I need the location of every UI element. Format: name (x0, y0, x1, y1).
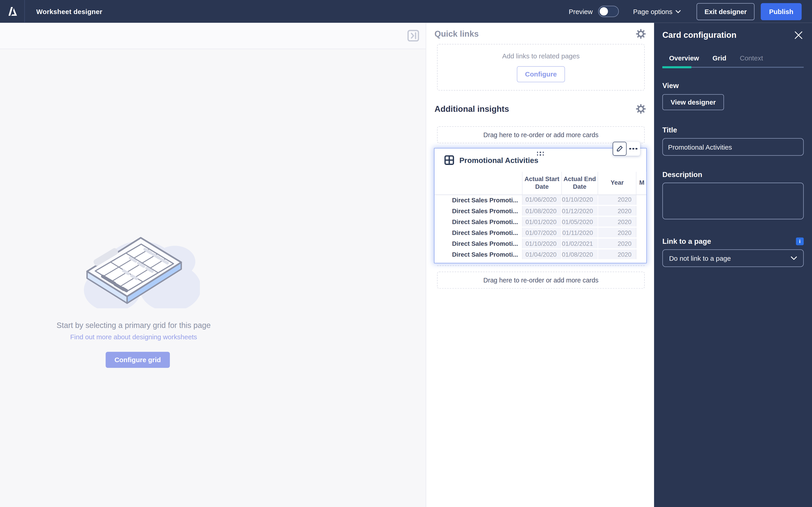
table-row[interactable]: Direct Sales Promoti... 01/10/2020 01/02… (435, 238, 646, 249)
configure-grid-button[interactable]: Configure grid (106, 352, 169, 368)
actual-start-cell[interactable]: 01/01/2020 (522, 216, 561, 227)
promotional-activities-table[interactable]: Actual Start Date Actual End Date Year M… (435, 172, 646, 260)
page-options-label: Page options (633, 7, 672, 15)
m-cell[interactable] (637, 238, 646, 249)
actual-end-cell[interactable]: 01/10/2020 (561, 194, 598, 205)
publish-button[interactable]: Publish (761, 3, 802, 20)
column-header-actual-end: Actual End Date (561, 172, 598, 194)
find-out-more-link[interactable]: Find out more about designing worksheets (0, 333, 267, 341)
info-icon[interactable]: i (796, 237, 804, 245)
actual-start-cell[interactable]: 01/07/2020 (522, 227, 561, 238)
anaplan-logo-icon (5, 5, 19, 18)
quick-links-title: Quick links (435, 29, 479, 39)
quick-links-header: Quick links (435, 29, 646, 39)
row-label-cell[interactable]: Direct Sales Promoti... (435, 194, 522, 205)
drop-zone-bottom[interactable]: Drag here to re-order or add more cards (437, 272, 645, 289)
view-label: View (662, 81, 804, 90)
table-header-row: Actual Start Date Actual End Date Year M (435, 172, 646, 194)
app-title: Worksheet designer (36, 7, 102, 15)
anaplan-logo[interactable] (0, 0, 25, 23)
tab-context[interactable]: Context (740, 54, 763, 67)
drop-zone-top[interactable]: Drag here to re-order or add more cards (437, 126, 645, 143)
table-row[interactable]: Direct Sales Promoti... 01/06/2020 01/10… (435, 194, 646, 205)
edit-card-button[interactable] (613, 142, 627, 156)
column-header-year: Year (598, 172, 637, 194)
top-bar: Worksheet designer Preview Page options … (0, 0, 812, 23)
table-row[interactable]: Direct Sales Promoti... 01/08/2020 01/12… (435, 205, 646, 216)
actual-end-cell[interactable]: 01/11/2020 (561, 227, 598, 238)
description-label: Description (662, 170, 804, 179)
column-header-actual-start: Actual Start Date (522, 172, 561, 194)
year-cell[interactable]: 2020 (598, 205, 637, 216)
row-label-cell[interactable]: Direct Sales Promoti... (435, 216, 522, 227)
table-row[interactable]: Direct Sales Promoti... 01/01/2020 01/05… (435, 216, 646, 227)
card-container-dashed-edge (437, 266, 645, 266)
m-cell[interactable] (637, 194, 646, 205)
tab-grid[interactable]: Grid (713, 54, 726, 67)
left-panel-header (0, 23, 426, 49)
m-cell[interactable] (637, 216, 646, 227)
row-label-cell[interactable]: Direct Sales Promoti... (435, 238, 522, 249)
quick-links-gear-icon[interactable] (636, 29, 646, 39)
quick-links-configure-button[interactable]: Configure (517, 66, 565, 82)
chevron-down-icon (676, 9, 681, 13)
tab-underline (662, 67, 804, 68)
additional-insights-gear-icon[interactable] (636, 104, 646, 114)
m-cell[interactable] (637, 205, 646, 216)
m-cell[interactable] (637, 227, 646, 238)
card-more-options-icon[interactable] (627, 142, 640, 155)
worksheet-designer-app: Worksheet designer Preview Page options … (0, 0, 812, 507)
link-to-page-label: Link to a page (662, 237, 711, 245)
actual-start-cell[interactable]: 01/04/2020 (522, 249, 561, 260)
config-panel-title: Card configuration (662, 31, 736, 40)
year-cell[interactable]: 2020 (598, 238, 637, 249)
year-cell[interactable]: 2020 (598, 249, 637, 260)
additional-insights-header: Additional insights (435, 104, 646, 114)
card-configuration-panel: Card configuration Overview Grid Context… (654, 23, 812, 507)
config-tabs: Overview Grid Context (662, 54, 804, 67)
m-cell[interactable] (637, 249, 646, 260)
additional-insights-title: Additional insights (435, 104, 509, 114)
tab-overview[interactable]: Overview (669, 54, 699, 67)
column-header-blank (435, 172, 522, 194)
card-title-input[interactable] (662, 138, 804, 156)
row-label-cell[interactable]: Direct Sales Promoti... (435, 227, 522, 238)
preview-toggle[interactable] (598, 6, 618, 17)
actual-end-cell[interactable]: 01/08/2020 (561, 249, 598, 260)
title-label: Title (662, 126, 804, 134)
close-icon[interactable] (794, 30, 804, 41)
row-label-cell[interactable]: Direct Sales Promoti... (435, 205, 522, 216)
quick-links-placeholder: Add links to related pages Configure (437, 44, 645, 91)
card-title: Promotional Activities (459, 156, 538, 164)
card-toolbar (613, 142, 640, 156)
actual-end-cell[interactable]: 01/05/2020 (561, 216, 598, 227)
table-row[interactable]: Direct Sales Promoti... 01/07/2020 01/11… (435, 227, 646, 238)
empty-state-title: Start by selecting a primary grid for th… (0, 321, 267, 330)
link-to-page-dropdown[interactable]: Do not link to a page (662, 249, 804, 267)
link-to-page-value: Do not link to a page (669, 254, 731, 262)
actual-start-cell[interactable]: 01/10/2020 (522, 238, 561, 249)
primary-grid-panel: Start by selecting a primary grid for th… (0, 23, 426, 507)
table-row[interactable]: Direct Sales Promoti... 01/04/2020 01/08… (435, 249, 646, 260)
actual-start-cell[interactable]: 01/08/2020 (522, 205, 561, 216)
year-cell[interactable]: 2020 (598, 194, 637, 205)
toggle-knob (600, 7, 608, 16)
actual-end-cell[interactable]: 01/02/2021 (561, 238, 598, 249)
actual-end-cell[interactable]: 01/12/2020 (561, 205, 598, 216)
view-designer-button[interactable]: View designer (662, 94, 724, 110)
year-cell[interactable]: 2020 (598, 216, 637, 227)
row-label-cell[interactable]: Direct Sales Promoti... (435, 249, 522, 260)
empty-grid-state: Start by selecting a primary grid for th… (0, 49, 426, 507)
exit-designer-button[interactable]: Exit designer (697, 3, 754, 20)
actual-start-cell[interactable]: 01/06/2020 (522, 194, 561, 205)
column-header-m: M (637, 172, 646, 194)
side-cards-column: Quick links Add links to related pages C… (426, 23, 654, 507)
promotional-activities-card[interactable]: Promotional Activities Actual Start Date… (434, 148, 647, 264)
description-textarea[interactable] (662, 183, 804, 219)
page-options-menu[interactable]: Page options (633, 7, 681, 15)
grid-card-icon (444, 155, 454, 165)
year-cell[interactable]: 2020 (598, 227, 637, 238)
pencil-icon (616, 145, 623, 153)
card-drag-handle[interactable] (537, 152, 544, 156)
collapse-panel-icon[interactable] (407, 30, 420, 42)
